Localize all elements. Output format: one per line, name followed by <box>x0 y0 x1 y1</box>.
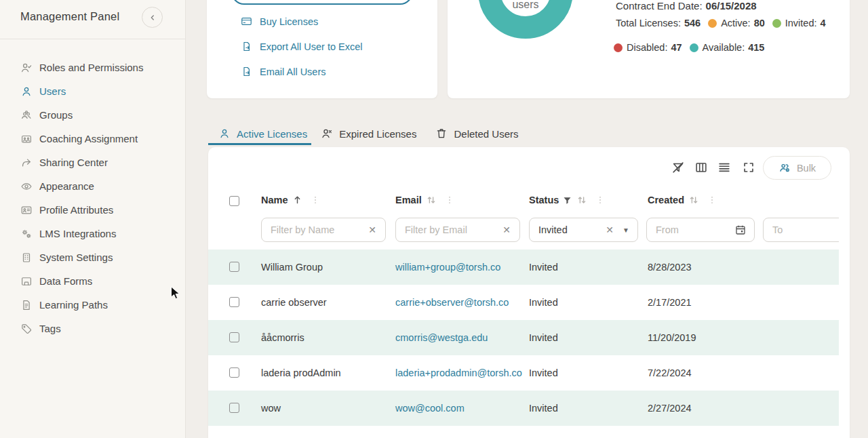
column-header-name[interactable]: Name <box>261 194 320 205</box>
sidebar-item-data-forms[interactable]: Data Forms <box>0 269 185 293</box>
select-all-checkbox[interactable] <box>229 196 239 206</box>
sidebar-item-system-settings[interactable]: System Settings <box>0 245 185 269</box>
cell-name: ååcmorris <box>261 332 304 343</box>
cell-email[interactable]: william+group@torsh.co <box>395 262 500 273</box>
sidebar-item-roles-and-permissions[interactable]: Roles and Permissions <box>0 56 185 79</box>
user-check-icon <box>20 62 33 74</box>
management-panel-page: Management Panel Roles and Permissions U… <box>0 0 868 438</box>
sidebar-item-coaching-assignment[interactable]: Coaching Assignment <box>0 127 185 151</box>
column-label: Email <box>395 195 422 205</box>
table-row[interactable]: laderia prodAdmin laderia+prodadmin@tors… <box>208 355 839 391</box>
clear-icon[interactable]: ✕ <box>494 224 519 235</box>
row-checkbox[interactable] <box>229 367 239 378</box>
email-filter-input[interactable] <box>396 224 494 235</box>
table-viewport: Name Email Status Created <box>208 147 839 438</box>
license-stats-line-2: Disabled: 47 Available: 415 <box>614 42 772 53</box>
email-all-users-link[interactable]: Email All Users <box>241 66 326 77</box>
created-to-input[interactable] <box>764 224 839 235</box>
cell-created: 7/22/2024 <box>648 367 692 378</box>
license-tabs: Active Licenses Expired Licenses Deleted… <box>208 124 528 145</box>
credit-card-icon <box>241 16 252 27</box>
trash-icon <box>435 127 448 140</box>
building-icon <box>20 252 33 264</box>
sidebar-item-label: LMS Integrations <box>39 228 116 239</box>
share-arrow-icon <box>20 157 33 169</box>
buy-licenses-link[interactable]: Buy Licenses <box>241 16 318 27</box>
clear-icon[interactable]: ✕ <box>359 224 385 235</box>
tab-deleted-users[interactable]: Deleted Users <box>426 124 528 145</box>
export-all-user-link[interactable]: Export All User to Excel <box>241 41 363 52</box>
created-from-field <box>646 218 755 242</box>
cell-email[interactable]: wow@cool.com <box>395 403 465 414</box>
id-card-icon <box>20 204 33 216</box>
license-stats-line-1: Total Licenses: 546 Active: 80 Invited: … <box>616 18 833 28</box>
tab-active-licenses[interactable]: Active Licenses <box>208 124 311 145</box>
cell-email[interactable]: cmorris@westga.edu <box>395 332 488 343</box>
window-icon <box>20 275 33 287</box>
cell-created: 8/28/2023 <box>648 262 692 273</box>
row-checkbox[interactable] <box>229 297 239 307</box>
cell-status: Invited <box>529 297 558 308</box>
cell-status: Invited <box>529 367 558 378</box>
sidebar-item-label: System Settings <box>39 252 113 263</box>
tag-icon <box>20 323 33 335</box>
sidebar-item-groups[interactable]: Groups <box>0 103 185 127</box>
clear-icon[interactable]: ✕ <box>597 224 623 235</box>
sort-icon <box>576 194 588 206</box>
invite-users-button[interactable] <box>231 0 413 5</box>
column-label: Created <box>648 195 684 205</box>
tab-label: Deleted Users <box>454 128 518 140</box>
user-icon <box>20 85 33 98</box>
sidebar-item-users[interactable]: Users <box>0 79 185 103</box>
cell-status: Invited <box>529 332 558 343</box>
sidebar-item-learning-paths[interactable]: Learning Paths <box>0 293 185 317</box>
active-dot <box>708 19 717 28</box>
sidebar-item-label: Data Forms <box>39 275 92 287</box>
column-label: Status <box>529 195 559 205</box>
sidebar-item-tags[interactable]: Tags <box>0 317 185 340</box>
action-link-label: Buy Licenses <box>260 16 318 27</box>
created-from-input[interactable] <box>647 224 727 235</box>
cell-email[interactable]: carrie+observer@torsh.co <box>395 297 509 308</box>
contract-end-value: 06/15/2028 <box>706 0 757 12</box>
row-checkbox[interactable] <box>229 332 239 342</box>
row-checkbox[interactable] <box>229 262 239 272</box>
status-filter-select[interactable]: Invited ✕ ▼ <box>529 218 638 242</box>
sidebar-item-lms-integrations[interactable]: LMS Integrations <box>0 222 185 245</box>
table-row[interactable]: William Group william+group@torsh.co Inv… <box>208 250 839 285</box>
table-row[interactable]: ååcmorris cmorris@westga.edu Invited 11/… <box>208 320 839 355</box>
cell-created: 11/20/2019 <box>648 332 696 343</box>
cell-name: laderia prodAdmin <box>261 367 341 378</box>
sidebar-item-sharing-center[interactable]: Sharing Center <box>0 151 185 174</box>
sidebar-item-appearance[interactable]: Appearance <box>0 174 185 198</box>
caret-down-icon[interactable]: ▼ <box>623 226 637 234</box>
column-header-status[interactable]: Status <box>529 194 605 206</box>
column-header-email[interactable]: Email <box>395 194 454 206</box>
table-row[interactable]: carrie observer carrie+observer@torsh.co… <box>208 285 839 320</box>
sidebar-title: Management Panel <box>20 10 119 23</box>
sort-icon <box>425 194 437 206</box>
mouse-cursor <box>170 286 180 300</box>
eye-icon <box>20 180 33 193</box>
file-export-icon <box>241 41 252 52</box>
sidebar-item-label: Appearance <box>39 180 94 192</box>
tab-expired-licenses[interactable]: Expired Licenses <box>311 124 426 145</box>
sidebar-item-label: Coaching Assignment <box>39 133 138 144</box>
sidebar-item-profile-attributes[interactable]: Profile Attributes <box>0 198 185 222</box>
cell-email[interactable]: laderia+prodadmin@torsh.co <box>395 367 522 378</box>
table-row[interactable]: wow wow@cool.com Invited 2/27/2024 <box>208 391 839 426</box>
column-header-created[interactable]: Created <box>648 194 717 206</box>
row-checkbox[interactable] <box>229 403 239 413</box>
cell-name: William Group <box>261 262 323 273</box>
license-summary-card: users Contract End Date: 06/15/2028 Tota… <box>448 0 850 98</box>
sidebar-item-label: Users <box>39 85 66 97</box>
stat-available: Available: 415 <box>690 42 765 53</box>
calendar-icon[interactable] <box>727 224 754 236</box>
created-to-field <box>763 218 839 242</box>
sidebar-collapse-button[interactable] <box>142 7 163 28</box>
name-filter-input[interactable] <box>262 224 359 235</box>
disabled-dot <box>614 43 623 52</box>
kebab-menu-icon <box>445 195 454 205</box>
chevron-left-icon <box>149 14 157 22</box>
stat-disabled: Disabled: 47 <box>614 42 682 53</box>
